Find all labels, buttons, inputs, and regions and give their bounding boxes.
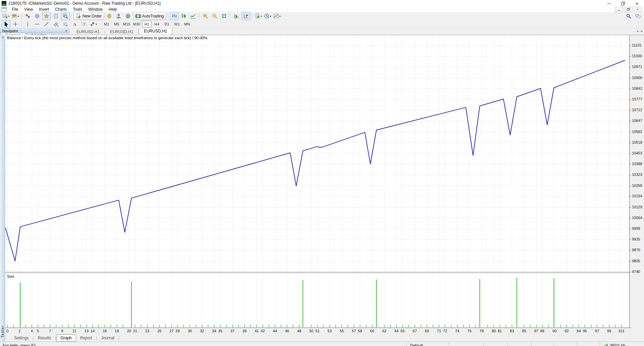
navigator-tab-common[interactable]: Common <box>1 33 26 35</box>
x-axis-label: 21 <box>133 329 137 333</box>
crosshair-button[interactable] <box>11 20 20 28</box>
child-window-controls: × <box>614 7 642 12</box>
community-button[interactable] <box>124 12 132 20</box>
toolbar-separator <box>199 13 199 19</box>
menu-charts[interactable]: Charts <box>52 7 70 12</box>
size-bar <box>530 325 531 327</box>
navigator-close-icon[interactable]: × <box>65 29 69 33</box>
menu-view[interactable]: View <box>21 7 36 12</box>
child-restore-button[interactable] <box>624 7 633 12</box>
indicators-button[interactable]: ▾ <box>254 12 263 20</box>
size-bar <box>44 325 44 327</box>
chevron-down-icon[interactable]: ▾ <box>270 15 271 18</box>
timeframe-m1[interactable]: M1 <box>102 21 111 27</box>
profiles-button[interactable]: ▾ <box>11 12 20 20</box>
menu-help[interactable]: Help <box>106 7 120 12</box>
restore-button[interactable] <box>616 0 630 7</box>
chevron-down-icon[interactable]: ▾ <box>260 15 262 18</box>
tab-scroll-right-icon[interactable]: ▸ <box>641 29 643 33</box>
autoscroll-button[interactable] <box>232 12 241 20</box>
y-axis-label: 10064 <box>632 216 642 220</box>
child-close-button[interactable]: × <box>633 7 642 12</box>
size-bar <box>153 325 154 327</box>
size-bar <box>615 325 616 327</box>
autotrading-button[interactable]: AutoTrading <box>133 12 166 20</box>
cursor-button[interactable] <box>2 20 10 28</box>
fibo-button[interactable]: F <box>61 20 70 28</box>
close-button[interactable]: × <box>630 0 644 7</box>
bars-chart-button[interactable] <box>170 12 179 20</box>
terminal-button[interactable] <box>52 12 60 20</box>
size-chart[interactable] <box>5 274 629 328</box>
window-title: 21600175: ICMarketsSC-Demo02 - Demo Acco… <box>8 1 160 6</box>
chart-window-icon[interactable] <box>1 7 7 12</box>
timeframe-m5[interactable]: M5 <box>112 21 121 27</box>
child-minimize-button[interactable] <box>615 7 623 12</box>
text-icon: A <box>72 21 77 27</box>
arrows-button[interactable]: ▾ <box>89 20 98 28</box>
chat-button[interactable] <box>634 12 642 20</box>
y-axis-tick <box>629 67 631 67</box>
chart-tab-eurusd-h1-2[interactable]: EURUSD,H1 <box>105 29 138 35</box>
menu-tools[interactable]: Tools <box>70 7 85 12</box>
metaeditor-button[interactable] <box>105 12 114 20</box>
navigator-button[interactable] <box>42 12 51 20</box>
timeframe-h4[interactable]: H4 <box>152 21 162 27</box>
new-order-button[interactable]: New Order <box>73 12 104 20</box>
minimize-button[interactable] <box>602 0 616 7</box>
market-watch-button[interactable] <box>23 12 32 20</box>
size-bar-tall <box>376 280 377 327</box>
text-button[interactable]: A <box>70 20 79 28</box>
x-axis-label: 2 <box>19 329 21 333</box>
x-axis-label: 50 <box>309 329 313 333</box>
label-button[interactable]: T <box>80 20 88 28</box>
navigator-tab-favorites[interactable]: Favorites <box>26 33 52 35</box>
chevron-down-icon[interactable]: ▾ <box>8 15 9 18</box>
tester-tab-graph[interactable]: Graph <box>56 334 76 342</box>
tab-scroll-left-icon[interactable]: ◂ <box>637 29 638 33</box>
tester-tab-journal[interactable]: Journal <box>97 335 118 341</box>
chart-tab-eurusd-h1-3[interactable]: EURUSD,H1 <box>139 28 172 35</box>
vline-button[interactable] <box>23 20 32 28</box>
menu-window[interactable]: Window <box>85 7 106 12</box>
candles-chart-button[interactable] <box>179 12 188 20</box>
timeframe-mn[interactable]: MN <box>182 21 192 27</box>
timeframe-m30[interactable]: M30 <box>132 21 141 27</box>
tester-tab-report[interactable]: Report <box>76 335 96 341</box>
tester-tab-settings[interactable]: Settings <box>10 335 33 341</box>
tester-tab-results[interactable]: Results <box>34 335 55 341</box>
chart-tab-eurusd-h1-1[interactable]: EURUSD,H1 <box>72 29 104 35</box>
zoom-out-button[interactable] <box>210 12 219 20</box>
new-chart-button[interactable]: ▾ <box>2 12 10 20</box>
experts-button[interactable] <box>114 12 123 20</box>
chevron-down-icon[interactable]: ▾ <box>17 15 19 18</box>
timeframe-d1[interactable]: D1 <box>162 21 172 27</box>
zoom-in-button[interactable] <box>201 12 210 20</box>
strategy-tester-button[interactable] <box>61 12 70 20</box>
line-chart-button[interactable] <box>189 12 197 20</box>
size-bar <box>524 325 524 327</box>
size-bar <box>62 325 63 327</box>
x-axis-label: 23 <box>145 329 149 333</box>
x-axis-label: 74 <box>455 329 459 333</box>
search-button[interactable] <box>624 12 633 20</box>
templates-button[interactable]: ▾ <box>273 12 281 20</box>
size-bar <box>579 325 579 327</box>
chevron-down-icon[interactable]: ▾ <box>95 23 97 26</box>
size-bar <box>317 325 318 327</box>
menu-file[interactable]: File <box>9 7 21 12</box>
balance-chart[interactable] <box>5 35 629 272</box>
trendline-button[interactable] <box>42 20 51 28</box>
menu-insert[interactable]: Insert <box>36 7 52 12</box>
timeframe-w1[interactable]: W1 <box>172 21 182 27</box>
timeframe-m15[interactable]: M15 <box>122 21 131 27</box>
tile-windows-button[interactable] <box>220 12 229 20</box>
channel-button[interactable]: E <box>52 20 60 28</box>
hline-button[interactable] <box>33 20 42 28</box>
timeframe-h1[interactable]: H1 <box>142 21 151 27</box>
tester-close-icon[interactable]: × <box>0 36 5 39</box>
chevron-down-icon[interactable]: ▾ <box>279 15 280 18</box>
periods-button[interactable]: ▾ <box>263 12 272 20</box>
data-window-button[interactable] <box>33 12 42 20</box>
chart-shift-button[interactable] <box>242 12 250 20</box>
